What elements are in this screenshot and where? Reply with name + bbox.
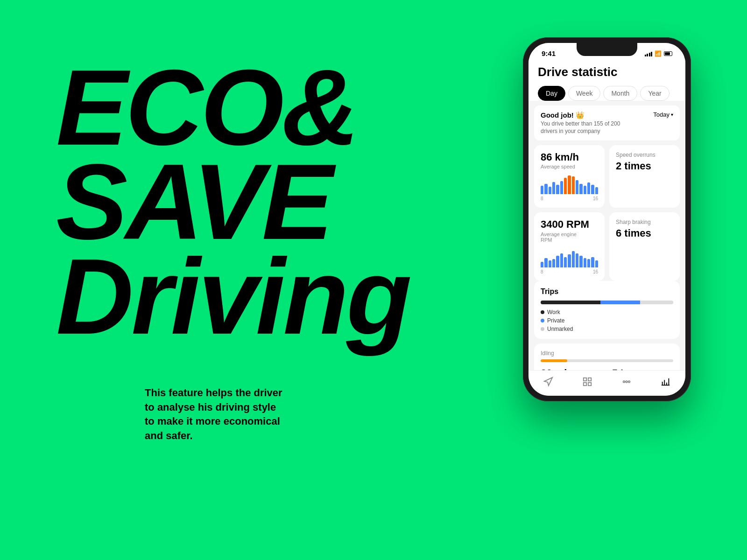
app-header: Drive statistic Day Week Month Year [529, 59, 685, 101]
trips-section: Trips Work [529, 281, 685, 343]
speed-overruns-card: Speed overruns 2 times [609, 145, 680, 208]
unmarked-label: Unmarked [547, 326, 573, 332]
add-idling-button[interactable]: + [666, 366, 673, 370]
svg-rect-1 [584, 378, 586, 381]
app-title: Drive statistic [538, 65, 676, 79]
trips-unmarked-segment [640, 301, 673, 304]
sharp-braking-label: Sharp braking [616, 219, 673, 225]
status-icons: 📶 [645, 50, 673, 57]
phone-screen: 9:41 📶 [529, 43, 685, 396]
phone-notch [577, 43, 637, 56]
speed-chart-labels: 8 16 [541, 196, 598, 201]
nav-list[interactable] [581, 375, 594, 388]
private-dot [541, 319, 544, 322]
sharp-braking-value: 6 times [616, 227, 673, 239]
speed-label: Average speed [541, 164, 598, 169]
rpm-label: Average engineRPM [541, 231, 598, 243]
speed-chart [541, 173, 598, 194]
idling-progress-bar [541, 359, 673, 362]
hero-text-block: ECO& SAVE Driving [56, 61, 409, 344]
signal-icon [645, 51, 653, 56]
good-job-banner: Good job! 👑 You drive better than 155 of… [534, 105, 680, 140]
hero-line3: Driving [56, 250, 409, 344]
legend-work: Work [541, 309, 673, 315]
work-label: Work [547, 309, 560, 315]
tab-week[interactable]: Week [568, 86, 601, 101]
speed-overruns-label: Speed overruns [616, 152, 673, 158]
tab-day[interactable]: Day [538, 86, 565, 101]
phone-outer-shell: 9:41 📶 [523, 37, 691, 401]
nav-messages[interactable] [620, 375, 633, 388]
tab-year[interactable]: Year [640, 86, 669, 101]
rpm-chart-labels: 8 16 [541, 269, 598, 274]
hero-description: This feature helps the driver to analyse… [145, 386, 285, 443]
svg-rect-2 [588, 378, 591, 381]
idling-bar-fill [541, 359, 567, 362]
svg-point-5 [626, 381, 627, 383]
good-job-info: Good job! 👑 You drive better than 155 of… [541, 111, 620, 135]
svg-marker-0 [544, 378, 552, 385]
nav-chart[interactable] [659, 375, 672, 388]
today-button[interactable]: Today [653, 111, 673, 118]
speed-overruns-value: 2 times [616, 160, 673, 172]
work-dot [541, 310, 544, 314]
idling-values: 30 min 5 L + [541, 366, 673, 370]
nav-navigation[interactable] [542, 375, 555, 388]
speed-card: 86 km/h Average speed [534, 145, 605, 208]
legend-private: Private [541, 317, 673, 324]
rpm-value: 3400 RPM [541, 219, 598, 230]
trips-title: Trips [541, 287, 673, 296]
idling-label: Idling [541, 350, 673, 357]
tab-bar: Day Week Month Year [538, 86, 676, 101]
status-time: 9:41 [542, 49, 556, 57]
legend-unmarked: Unmarked [541, 326, 673, 332]
speed-value: 86 km/h [541, 152, 598, 163]
battery-icon [664, 51, 672, 56]
svg-point-6 [623, 381, 625, 383]
stats-grid: 86 km/h Average speed [529, 145, 685, 280]
private-label: Private [547, 317, 564, 324]
bottom-nav [529, 370, 685, 396]
phone-mockup: 9:41 📶 [523, 37, 691, 401]
trips-legend: Work Private Unmarked [541, 309, 673, 332]
svg-rect-4 [588, 383, 591, 385]
trips-private-segment [600, 301, 640, 304]
hero-line1: ECO& [56, 61, 409, 155]
wifi-icon: 📶 [655, 50, 662, 57]
svg-rect-3 [584, 383, 586, 385]
unmarked-dot [541, 327, 544, 331]
rpm-card: 3400 RPM Average engineRPM [534, 212, 605, 280]
trips-bar [541, 301, 673, 304]
rpm-chart [541, 246, 598, 267]
good-job-title: Good job! 👑 [541, 111, 620, 119]
svg-point-7 [628, 381, 630, 383]
app-content: Drive statistic Day Week Month Year Good… [529, 59, 685, 370]
hero-line2: SAVE [56, 155, 409, 249]
trips-work-segment [541, 301, 600, 304]
trips-card: Trips Work [534, 281, 680, 339]
good-job-subtitle: You drive better than 155 of 200drivers … [541, 120, 620, 135]
idling-card: Idling 30 min 5 L + [534, 343, 680, 370]
tab-month[interactable]: Month [603, 86, 637, 101]
sharp-braking-card: Sharp braking 6 times [609, 212, 680, 280]
